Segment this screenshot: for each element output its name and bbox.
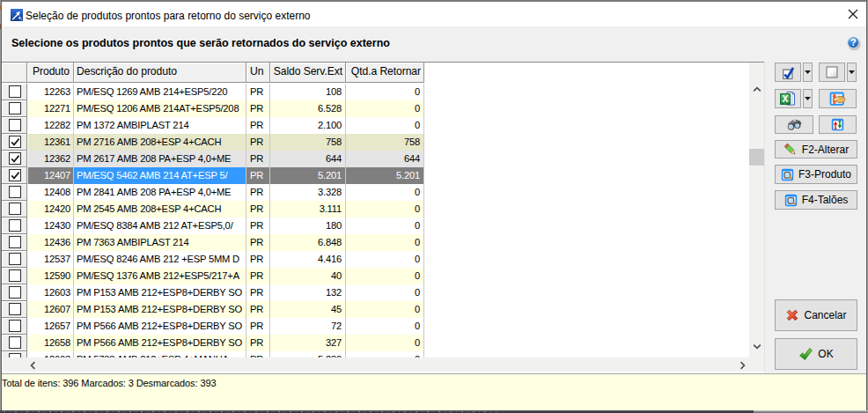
row-checkbox[interactable] <box>9 336 21 349</box>
table-row[interactable]: 12407PM/ESQ 5462 AMB 214 AT+ESP 5/PR5.20… <box>2 167 424 184</box>
cell-saldo[interactable]: 327 <box>270 335 346 351</box>
cell-produto[interactable]: 12663 <box>27 351 74 358</box>
row-checkbox[interactable] <box>9 253 21 265</box>
f2-alterar-button[interactable]: F2-Alterar <box>775 140 857 159</box>
table-row[interactable]: 12436PM 7363 AMBIPLAST 214PR6.8480 <box>2 234 424 251</box>
cell-produto[interactable]: 12282 <box>27 117 74 134</box>
cell-descricao[interactable]: PM/ESQ 1269 AMB 214+ESP5/220 <box>74 84 246 100</box>
table-row[interactable]: 12657PM P566 AMB 212+ESP8+DERBY SOPR720 <box>2 318 424 335</box>
cell-descricao[interactable]: PM 2545 AMB 208+ESP 4+CACH <box>74 201 246 218</box>
cell-produto[interactable]: 12658 <box>27 335 74 351</box>
cell-qtd[interactable]: 644 <box>346 151 424 167</box>
table-row[interactable]: 12663PM 5738 AMB 212+ESP 4+MANHAPR5.2800 <box>2 351 424 358</box>
cell-descricao[interactable]: PM P566 AMB 212+ESP8+DERBY SO <box>74 318 246 335</box>
cell-saldo[interactable]: 3.111 <box>270 201 346 218</box>
cell-descricao[interactable]: PM 5738 AMB 212+ESP 4+MANHA <box>74 351 246 358</box>
cell-descricao[interactable]: PM P153 AMB 212+ESP8+DERBY SO <box>74 301 246 318</box>
cell-saldo[interactable]: 3.328 <box>270 184 346 201</box>
cell-descricao[interactable]: PM/ESQ 1206 AMB 214AT+ESP5/208 <box>74 100 246 117</box>
cell-un[interactable]: PR <box>246 234 270 251</box>
cell-un[interactable]: PR <box>246 251 270 268</box>
cell-descricao[interactable]: PM P566 AMB 212+ESP8+DERBY SO <box>74 335 246 351</box>
cell-descricao[interactable]: PM/ESQ 5462 AMB 214 AT+ESP 5/ <box>74 167 246 184</box>
cell-qtd[interactable]: 0 <box>346 100 424 117</box>
scroll-down-icon[interactable] <box>753 343 761 350</box>
cell-qtd[interactable]: 0 <box>346 301 424 318</box>
table-row[interactable]: 12271PM/ESQ 1206 AMB 214AT+ESP5/208PR6.5… <box>2 100 424 117</box>
cell-un[interactable]: PR <box>246 268 270 284</box>
row-checkbox-checked[interactable] <box>9 136 21 148</box>
cell-saldo[interactable]: 4.416 <box>270 251 346 268</box>
cell-qtd[interactable]: 0 <box>346 201 424 218</box>
table-row[interactable]: 12408PM 2841 AMB 208 PA+ESP 4,0+MEPR3.32… <box>2 184 424 201</box>
horizontal-scrollbar[interactable] <box>3 358 764 372</box>
table-row[interactable]: 12263PM/ESQ 1269 AMB 214+ESP5/220PR1080 <box>2 84 424 100</box>
row-checkbox[interactable] <box>9 303 21 315</box>
cell-produto[interactable]: 12430 <box>27 218 74 234</box>
cell-descricao[interactable]: PM 2841 AMB 208 PA+ESP 4,0+ME <box>74 184 246 201</box>
cell-un[interactable]: PR <box>246 284 270 301</box>
cell-qtd[interactable]: 0 <box>346 84 424 100</box>
row-checkbox[interactable] <box>9 85 21 98</box>
table-row[interactable]: 12658PM P566 AMB 212+ESP8+DERBY SOPR3270 <box>2 335 424 351</box>
export-excel-button[interactable]: X <box>775 89 801 108</box>
cell-produto[interactable]: 12271 <box>27 100 74 117</box>
uncheck-all-dropdown[interactable] <box>847 63 857 82</box>
vertical-scrollbar-thumb[interactable] <box>749 149 764 166</box>
cell-un[interactable]: PR <box>246 218 270 234</box>
row-checkbox[interactable] <box>9 186 21 198</box>
cell-saldo[interactable]: 6.528 <box>270 100 346 117</box>
cell-qtd[interactable]: 0 <box>346 234 424 251</box>
scroll-up-icon[interactable] <box>753 86 761 92</box>
check-all-button[interactable] <box>775 63 801 82</box>
cell-produto[interactable]: 12361 <box>27 134 74 151</box>
cell-saldo[interactable]: 2.100 <box>270 117 346 134</box>
cell-un[interactable]: PR <box>246 335 270 351</box>
cell-qtd[interactable]: 0 <box>346 284 424 301</box>
row-checkbox[interactable] <box>9 203 21 215</box>
row-checkbox[interactable] <box>9 236 21 248</box>
cell-un[interactable]: PR <box>246 84 270 100</box>
table-row[interactable]: 12590PM/ESQ 1376 AMB 212+ESP5/217+APR400 <box>2 268 424 284</box>
cell-saldo[interactable]: 72 <box>270 318 346 335</box>
check-all-dropdown[interactable] <box>803 63 813 82</box>
cell-qtd[interactable]: 0 <box>346 335 424 351</box>
cell-descricao[interactable]: PM/ESQ 8246 AMB 212 +ESP 5MM D <box>74 251 246 268</box>
table-row[interactable]: 12361PM 2716 AMB 208+ESP 4+CACHPR758758 <box>2 134 424 151</box>
row-checkbox[interactable] <box>9 269 21 282</box>
cell-qtd[interactable]: 0 <box>346 268 424 284</box>
cell-un[interactable]: PR <box>246 167 270 184</box>
vertical-scrollbar[interactable] <box>749 63 764 358</box>
row-checkbox[interactable] <box>9 286 21 299</box>
row-checkbox-checked[interactable] <box>9 152 21 165</box>
cell-saldo[interactable]: 6.848 <box>270 234 346 251</box>
cell-qtd[interactable]: 0 <box>346 318 424 335</box>
ok-button[interactable]: OK <box>775 338 857 370</box>
table-row[interactable]: 12282PM 1372 AMBIPLAST 214PR2.1000 <box>2 117 424 134</box>
f4-taloes-button[interactable]: F4-Talões <box>775 190 857 210</box>
cell-descricao[interactable]: PM P153 AMB 212+ESP8+DERBY SO <box>74 284 246 301</box>
uncheck-all-button[interactable] <box>819 63 845 82</box>
cell-produto[interactable]: 12407 <box>27 167 74 184</box>
cell-saldo[interactable]: 45 <box>270 301 346 318</box>
cell-un[interactable]: PR <box>246 151 270 167</box>
cell-produto[interactable]: 12537 <box>27 251 74 268</box>
cell-produto[interactable]: 12590 <box>27 268 74 284</box>
header-cell-un[interactable]: Un <box>246 63 270 83</box>
cell-produto[interactable]: 12607 <box>27 301 74 318</box>
cell-qtd[interactable]: 0 <box>346 117 424 134</box>
row-checkbox[interactable] <box>9 119 21 131</box>
close-button[interactable] <box>841 2 865 26</box>
cell-qtd[interactable]: 5.201 <box>346 167 424 184</box>
cell-produto[interactable]: 12603 <box>27 284 74 301</box>
cell-un[interactable]: PR <box>246 301 270 318</box>
table-row[interactable]: 12603PM P153 AMB 212+ESP8+DERBY SOPR1320 <box>2 284 424 301</box>
header-cell-qtd[interactable]: Qtd.a Retornar <box>346 63 424 83</box>
scroll-left-icon[interactable] <box>30 361 36 370</box>
cell-qtd[interactable]: 758 <box>346 134 424 151</box>
scroll-right-icon[interactable] <box>739 361 746 370</box>
cell-descricao[interactable]: PM/ESQ 8384 AMB 212 AT+ESP5,0/ <box>74 218 246 234</box>
cell-produto[interactable]: 12420 <box>27 201 74 218</box>
cell-saldo[interactable]: 108 <box>270 84 346 100</box>
cell-produto[interactable]: 12362 <box>27 151 74 167</box>
